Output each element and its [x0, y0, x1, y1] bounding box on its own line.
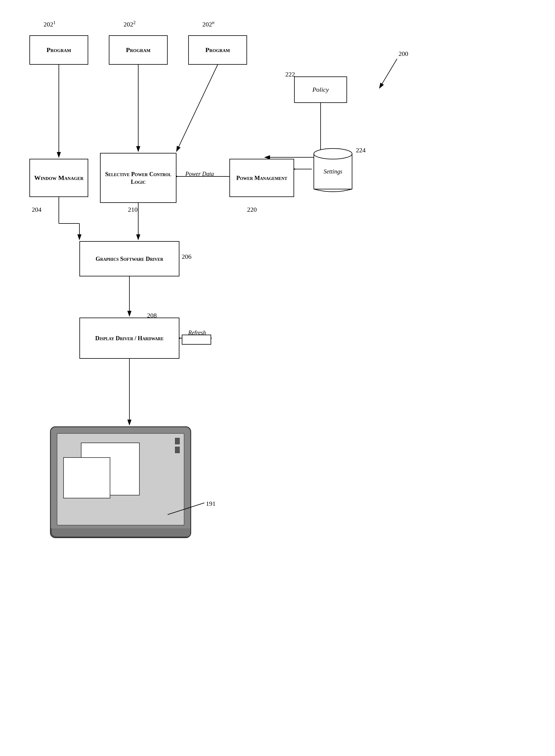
ref-210-label: 210: [128, 206, 138, 214]
svg-text:Settings: Settings: [324, 168, 342, 175]
refresh-box: [182, 335, 211, 345]
svg-point-17: [314, 148, 352, 159]
device-container: [50, 427, 197, 550]
programn-box: Program: [188, 35, 247, 65]
ref-208-label: 208: [147, 312, 157, 319]
policy-box: Policy: [294, 77, 347, 103]
ref-206-label: 206: [182, 253, 191, 261]
selective-power-box: Selective Power Control Logic: [100, 153, 176, 203]
device-base: [51, 528, 191, 537]
device-screen-area: [57, 433, 184, 526]
settings-cylinder: Settings: [312, 146, 353, 196]
power-management-box: Power Management: [229, 159, 294, 197]
ref-202-2-label: 2022: [124, 20, 136, 28]
window-manager-box: Window Manager: [30, 159, 88, 197]
power-data-label: Power Data: [185, 171, 214, 177]
ref-204-label: 204: [32, 206, 41, 214]
settings-cylinder-svg: Settings: [312, 146, 353, 195]
svg-line-4: [176, 65, 218, 151]
ref-202-n-label: 202n: [202, 20, 214, 28]
ref-224-label: 224: [356, 146, 366, 154]
device-window2: [63, 457, 110, 498]
display-driver-box: Display Driver / Hardware: [79, 318, 179, 359]
device-outer: [50, 427, 191, 538]
ref-202-1-label: 2021: [44, 20, 55, 28]
arrows-overlay: [0, 0, 555, 756]
ref-220-label: 220: [247, 206, 257, 214]
diagram-container: 200 Program Program Program 2021 2022 20…: [0, 0, 555, 756]
program2-box: Program: [109, 35, 168, 65]
device-icon1: [175, 438, 180, 444]
ref-191-label: 191: [206, 500, 216, 507]
ref-222-label: 222: [285, 71, 295, 78]
graphics-driver-box: Graphics Software Driver: [79, 241, 179, 276]
device-icon2: [175, 447, 180, 453]
program1-box: Program: [30, 35, 88, 65]
ref-200-label: 200: [398, 50, 408, 58]
